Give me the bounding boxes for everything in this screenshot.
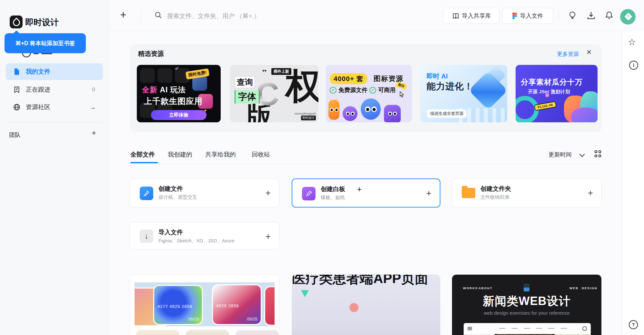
lightbulb-icon[interactable] xyxy=(567,10,578,21)
thumbnail-subtitle: web design exercises for your reference xyxy=(452,310,601,316)
thumb-tile xyxy=(140,68,155,83)
card-number: 4277 4925 2858 xyxy=(157,304,192,309)
down-arrow-glyph: ↓ xyxy=(145,232,148,240)
tab-trash[interactable]: 回收站 xyxy=(252,150,270,159)
card-date: 05/23 xyxy=(188,317,199,321)
card-date: 05/25 xyxy=(247,317,257,321)
benefits-row: ✓ 免费源文件 ✓ 可商用 xyxy=(330,86,396,94)
banner-subtitle: 开源 JSer 激励计划 xyxy=(528,89,570,95)
card-subtitle: 文件收纳归类 xyxy=(480,194,509,200)
topbar-divider xyxy=(558,10,559,21)
card-title: 创建白板 xyxy=(321,185,345,193)
sidebar: 即时设计 ⌘+D 将本站添加至书签 我的文件 正在跟进 0 xyxy=(0,0,109,335)
letter-blob-c xyxy=(343,106,357,121)
app-title: 即时设计 xyxy=(25,17,59,28)
tab-shared-with-me[interactable]: 共享给我的 xyxy=(205,150,236,159)
import-file-button[interactable]: 导入文件 xyxy=(502,8,553,24)
create-folder-card[interactable]: 创建文件夹 文件收纳归类 + xyxy=(452,178,602,208)
tab-created-by-me[interactable]: 我创建的 xyxy=(168,150,192,159)
grid-view-icon[interactable] xyxy=(595,150,602,157)
create-file-card[interactable]: 创建文件 设计稿、原型交互 + xyxy=(130,178,279,208)
gradient-card-partial xyxy=(135,329,180,335)
help-icon[interactable]: ? xyxy=(629,320,638,329)
user-avatar[interactable]: ? xyxy=(620,9,636,25)
word-lookup: 查询 xyxy=(235,76,255,88)
try-now-button[interactable]: 立即体验 xyxy=(151,110,206,120)
plus-icon[interactable]: + xyxy=(266,231,271,242)
question-glyph: ? xyxy=(627,15,629,19)
design-file-icon xyxy=(140,187,153,200)
gradient-card-partial xyxy=(185,329,230,335)
right-toolbar xyxy=(622,31,644,335)
banner-subline: 上千款生图应用 xyxy=(144,96,203,107)
check-icon: ✓ xyxy=(369,87,376,94)
file-thumbnail-medical-app[interactable]: 医疗类患者端APP页面 xyxy=(292,274,440,335)
sidebar-divider xyxy=(6,122,103,122)
file-thumbnail-news-web[interactable]: WORKS ABOUT WEB DESIGN 新闻类WEB设计 web desi… xyxy=(452,274,602,335)
plus-icon[interactable]: + xyxy=(426,188,431,198)
bell-icon[interactable] xyxy=(604,10,614,21)
import-shared-library-button[interactable]: 导入共享库 xyxy=(443,8,500,24)
banner-title: 分享素材瓜分十万 xyxy=(521,77,583,87)
gradient-card-partial xyxy=(235,329,279,335)
bookmark-check-icon xyxy=(13,86,21,94)
teams-section-label: 团队 xyxy=(9,131,21,139)
thumb-tile xyxy=(157,68,172,83)
hearts-doodle: ♥♥ xyxy=(262,69,267,73)
info-glyph: i xyxy=(633,63,634,68)
app-window: 即时设计 ⌘+D 将本站添加至书签 我的文件 正在跟进 0 xyxy=(0,0,644,335)
mock-menu-items xyxy=(499,328,567,329)
file-thumbnail-bank-cards[interactable]: 4277 4925 2858 05/23 4925 2858 05/25 xyxy=(130,274,279,335)
banner-share-materials[interactable]: 分享素材瓜分十万 开源 JSer 激励计划 PLUG-IN xyxy=(516,65,598,122)
download-icon[interactable] xyxy=(586,10,596,21)
info-icon[interactable]: i xyxy=(629,61,638,70)
mock-site-navbar xyxy=(464,323,591,334)
benefit-label: 免费源文件 xyxy=(338,86,367,94)
feature-pill: 描述生成全套页面 xyxy=(427,109,467,118)
triangle-shape xyxy=(301,290,309,297)
plus-icon[interactable]: + xyxy=(588,188,593,198)
sidebar-item-community[interactable]: 资源社区 → xyxy=(6,99,103,116)
nav-web: WEB xyxy=(569,286,579,290)
nav-works: WORKS xyxy=(463,286,478,290)
credit-text: oooooohmygosh xyxy=(294,112,316,115)
search-input[interactable] xyxy=(166,10,419,23)
thumbnail-title: 医疗类患者端APP页面 xyxy=(292,274,440,288)
check-icon: ✓ xyxy=(330,87,337,94)
plus-icon[interactable]: + xyxy=(266,188,271,198)
globe-icon xyxy=(13,103,21,111)
question-glyph: ? xyxy=(632,322,635,327)
banner-icon-resources[interactable]: 4000+ 套 图标资源 ✓ 免费源文件 ✓ 可商用 部分 xyxy=(326,65,412,122)
letter-blob-i xyxy=(328,100,339,120)
folder-icon xyxy=(462,188,475,198)
count-pill: 4000+ 套 xyxy=(330,73,367,84)
mock-search-icon xyxy=(582,326,587,331)
new-file-button[interactable]: + xyxy=(120,8,126,21)
create-whiteboard-card[interactable]: 创建白板 + 模板、贴纸 + xyxy=(292,178,440,208)
sidebar-item-my-files[interactable]: 我的文件 xyxy=(6,63,103,80)
import-file-card[interactable]: ↓ 导入文件 Figma、Sketch、XD、JSD、Axure + xyxy=(130,222,279,249)
add-team-button[interactable]: + xyxy=(92,128,96,137)
banner-headline: 全新 AI 玩法 xyxy=(142,85,186,95)
thumbnail-title: 新闻类WEB设计 xyxy=(452,293,601,309)
banner-font-copyright[interactable]: ♥♥ 插件上新 版 C 权 查询 字体 oooooohmygosh 即时设计 xyxy=(230,65,318,122)
favorite-star-icon[interactable]: ☆ xyxy=(628,37,636,47)
sidebar-item-following[interactable]: 正在跟进 0 xyxy=(6,81,103,98)
deco-blob xyxy=(571,107,598,122)
sidebar-item-label: 资源社区 xyxy=(26,103,50,111)
avatar-badge: ? xyxy=(624,13,632,20)
app-logo-icon[interactable] xyxy=(10,15,23,28)
active-tab-underline xyxy=(130,162,158,163)
tab-all-files[interactable]: 全部文件 xyxy=(130,150,155,159)
brand-watermark: 即时设计 xyxy=(301,116,316,120)
more-resources-link[interactable]: 更多资源 xyxy=(557,50,579,58)
banner-jishi-ai[interactable]: 即时 AI 能力进化！ 描述生成全套页面 xyxy=(420,65,507,122)
bookmark-tooltip: ⌘+D 将本站添加至书签 xyxy=(5,33,86,53)
letter-blob-o xyxy=(361,98,381,120)
card-subtitle: 设计稿、原型交互 xyxy=(158,194,197,200)
arrow-right-icon[interactable]: → xyxy=(89,104,96,111)
chevron-down-icon[interactable] xyxy=(579,152,585,157)
close-icon[interactable]: × xyxy=(587,48,591,56)
banner-ai-playground[interactable]: ✂ 限时免费! 全新 AI 玩法 上千款生图应用 立即体验 ✦ xyxy=(137,65,221,122)
sort-dropdown[interactable]: 更新时间 xyxy=(548,151,572,158)
